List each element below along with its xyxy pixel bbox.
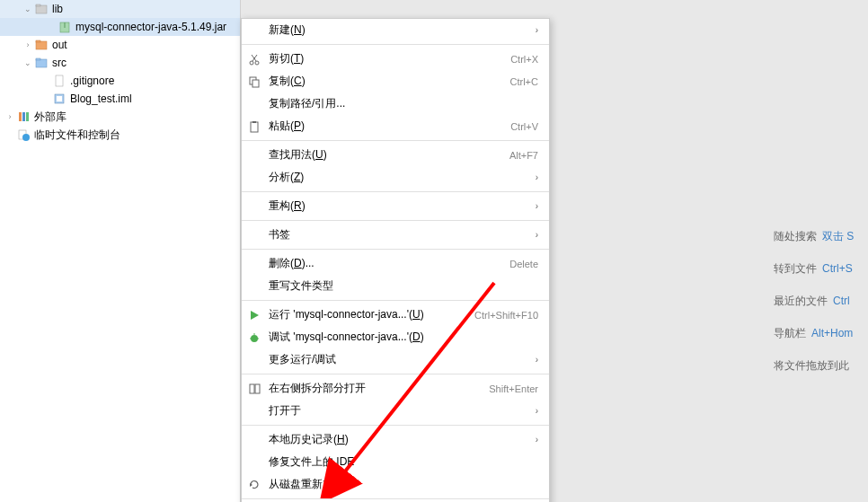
- tip-shortcut: 双击 S: [822, 229, 854, 244]
- folder-icon: [34, 2, 49, 16]
- svg-rect-6: [36, 59, 47, 67]
- chevron-right-icon: ›: [536, 230, 538, 240]
- copy-icon: [247, 75, 261, 89]
- menu-separator: [242, 374, 549, 374]
- svg-rect-5: [36, 40, 40, 42]
- tree-node-jar[interactable]: mysql-connector-java-5.1.49.jar: [0, 18, 240, 36]
- menu-separator: [242, 498, 549, 499]
- chevron-right-icon: ›: [536, 435, 538, 445]
- menu-bookmarks[interactable]: 书签 ›: [242, 224, 549, 246]
- module-icon: [52, 92, 66, 106]
- tip-label: 转到文件: [774, 261, 817, 277]
- tree-node-out[interactable]: › out: [0, 36, 240, 54]
- tree-label: mysql-connector-java-5.1.49.jar: [75, 21, 226, 33]
- archive-icon: [58, 20, 72, 34]
- menu-paste[interactable]: 粘贴(P) Ctrl+V: [242, 115, 549, 137]
- menu-separator: [242, 191, 549, 192]
- menu-refactor[interactable]: 重构(R) ›: [242, 195, 549, 217]
- svg-rect-12: [22, 112, 25, 121]
- menu-run[interactable]: 运行 'mysql-connector-java...'(U) Ctrl+Shi…: [242, 304, 549, 326]
- tree-node-src[interactable]: ⌄ src: [0, 54, 240, 72]
- menu-shortcut: Ctrl+Shift+F10: [474, 310, 538, 321]
- svg-rect-8: [56, 75, 63, 86]
- tree-label: 临时文件和控制台: [34, 128, 120, 143]
- menu-separator: [242, 44, 549, 45]
- svg-point-25: [251, 335, 258, 342]
- debug-icon: [247, 330, 261, 345]
- chevron-down-icon: ⌄: [22, 58, 34, 67]
- svg-rect-10: [57, 96, 62, 101]
- run-icon: [247, 308, 261, 322]
- svg-line-19: [252, 55, 256, 61]
- tree-node-iml[interactable]: Blog_test.iml: [0, 90, 240, 108]
- svg-rect-1: [36, 4, 40, 6]
- tree-node-scratches[interactable]: 临时文件和控制台: [0, 126, 240, 144]
- cut-icon: [247, 52, 261, 66]
- svg-rect-30: [255, 384, 260, 393]
- tree-node-lib[interactable]: ⌄ lib: [0, 0, 240, 18]
- svg-point-15: [22, 134, 30, 141]
- menu-repair-ide[interactable]: 修复文件上的 IDE: [242, 451, 549, 473]
- menu-find-usages[interactable]: 查找用法(U) Alt+F7: [242, 144, 549, 166]
- chevron-right-icon: ›: [22, 40, 34, 49]
- menu-local-history[interactable]: 本地历史记录(H) ›: [242, 428, 549, 451]
- tree-label: lib: [52, 3, 63, 15]
- menu-reload-disk[interactable]: 从磁盘重新加载: [242, 473, 549, 496]
- tip-label: 将文件拖放到此: [774, 358, 849, 374]
- tip-shortcut: Alt+Hom: [811, 327, 853, 339]
- tree-label: src: [52, 57, 66, 69]
- project-tree[interactable]: ⌄ lib mysql-connector-java-5.1.49.jar › …: [0, 0, 241, 502]
- menu-analyze[interactable]: 分析(Z) ›: [242, 166, 549, 189]
- tips-panel: 随处搜索双击 S 转到文件Ctrl+S 最近的文件Ctrl 导航栏Alt+Hom…: [774, 220, 868, 382]
- menu-delete[interactable]: 删除(D)... Delete: [242, 252, 549, 275]
- svg-rect-11: [19, 112, 22, 121]
- chevron-down-icon: ⌄: [22, 4, 34, 13]
- menu-new[interactable]: 新建(N) ›: [242, 19, 549, 41]
- menu-shortcut: Ctrl+X: [510, 54, 538, 65]
- menu-separator: [242, 140, 549, 141]
- menu-separator: [242, 425, 549, 426]
- menu-copy-path[interactable]: 复制路径/引用...: [242, 92, 549, 115]
- folder-icon: [34, 56, 49, 70]
- menu-shortcut: Ctrl+C: [510, 76, 538, 87]
- menu-debug[interactable]: 调试 'mysql-connector-java...'(D): [242, 326, 549, 348]
- folder-icon: [34, 38, 49, 52]
- tree-node-gitignore[interactable]: .gitignore: [0, 72, 240, 90]
- svg-marker-24: [251, 311, 259, 320]
- svg-rect-29: [250, 384, 254, 393]
- menu-copy[interactable]: 复制(C) Ctrl+C: [242, 70, 549, 92]
- svg-rect-0: [36, 5, 47, 13]
- split-icon: [247, 382, 261, 396]
- menu-override-filetype[interactable]: 重写文件类型: [242, 275, 549, 297]
- svg-line-18: [252, 55, 257, 61]
- chevron-right-icon: ›: [4, 112, 16, 121]
- reload-icon: [247, 478, 261, 492]
- menu-shortcut: Ctrl+V: [510, 121, 538, 132]
- svg-rect-4: [36, 41, 47, 49]
- svg-rect-7: [36, 58, 40, 60]
- scratches-icon: [16, 128, 31, 142]
- context-menu: 新建(N) › 剪切(T) Ctrl+X 复制(C) Ctrl+C 复制路径/引…: [241, 18, 550, 502]
- menu-more-run[interactable]: 更多运行/调试 ›: [242, 348, 549, 371]
- svg-rect-21: [252, 80, 259, 87]
- menu-separator: [242, 249, 549, 250]
- svg-rect-13: [26, 112, 29, 121]
- tree-node-external[interactable]: › 外部库: [0, 108, 240, 126]
- chevron-right-icon: ›: [536, 355, 538, 365]
- svg-rect-23: [252, 121, 256, 123]
- menu-separator: [242, 300, 549, 301]
- chevron-right-icon: ›: [536, 172, 538, 182]
- svg-point-16: [250, 61, 253, 65]
- tree-label: Blog_test.iml: [70, 92, 132, 105]
- menu-cut[interactable]: 剪切(T) Ctrl+X: [242, 48, 549, 70]
- svg-rect-22: [251, 122, 258, 132]
- svg-point-17: [255, 61, 259, 65]
- tip-label: 最近的文件: [774, 294, 828, 309]
- menu-shortcut: Alt+F7: [509, 150, 538, 161]
- chevron-right-icon: ›: [536, 25, 538, 35]
- menu-open-split[interactable]: 在右侧拆分部分打开 Shift+Enter: [242, 377, 549, 400]
- tip-shortcut: Ctrl+S: [822, 262, 853, 275]
- menu-separator: [242, 220, 549, 221]
- menu-open-in[interactable]: 打开于 ›: [242, 400, 549, 422]
- paste-icon: [247, 119, 261, 134]
